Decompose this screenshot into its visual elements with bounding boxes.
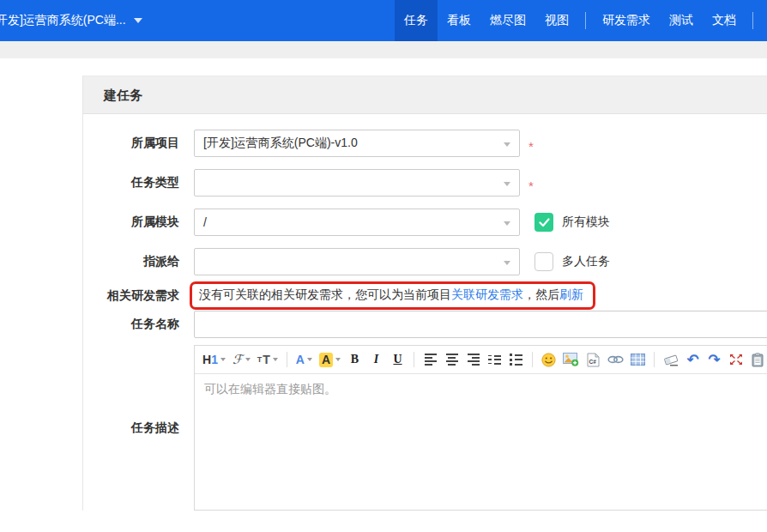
related-story-hint-text2: ，然后 bbox=[523, 287, 559, 301]
project-select-value: [开发]运营商系统(PC端)-v1.0 bbox=[203, 136, 358, 151]
create-task-form: 所属项目 [开发]运营商系统(PC端)-v1.0 * 任务类型 * bbox=[83, 114, 767, 511]
multi-task-checkbox-label: 多人任务 bbox=[562, 254, 610, 269]
rich-text-editor: H1 ℱ TT A A bbox=[194, 345, 767, 511]
form-row-type: 任务类型 * bbox=[83, 169, 767, 196]
form-row-module: 所属模块 / 所有模块 bbox=[83, 209, 767, 236]
type-label: 任务类型 bbox=[83, 175, 179, 190]
assign-label: 指派给 bbox=[83, 254, 179, 269]
chevron-down-icon bbox=[134, 18, 142, 23]
eraser-icon[interactable] bbox=[661, 348, 681, 371]
check-icon bbox=[539, 218, 550, 227]
back-color-icon[interactable]: A bbox=[317, 348, 343, 371]
link-icon[interactable] bbox=[605, 348, 626, 371]
required-mark: * bbox=[528, 139, 534, 154]
project-switcher[interactable]: [开发]运营商系统(PC端... bbox=[0, 0, 148, 41]
chevron-down-icon bbox=[220, 358, 226, 361]
refresh-link[interactable]: 刷新 bbox=[559, 287, 583, 301]
chevron-down-icon bbox=[245, 358, 251, 361]
heading-icon[interactable]: H1 bbox=[200, 348, 228, 371]
paste-icon[interactable] bbox=[747, 348, 767, 371]
svg-text:C#: C# bbox=[589, 359, 597, 365]
top-navbar: [开发]运营商系统(PC端... 任务 看板 燃尽图 视图 研发需求 测试 文档 bbox=[0, 0, 767, 41]
align-left-icon[interactable] bbox=[420, 348, 440, 371]
toolbar-separator bbox=[287, 352, 287, 367]
tab-story[interactable]: 研发需求 bbox=[595, 0, 657, 41]
font-family-icon[interactable]: ℱ bbox=[230, 348, 253, 371]
related-story-label: 相关研发需求 bbox=[83, 288, 179, 304]
unordered-list-icon[interactable] bbox=[506, 348, 526, 371]
tab-test[interactable]: 测试 bbox=[662, 0, 700, 41]
ordered-list-icon[interactable] bbox=[485, 348, 504, 371]
chevron-down-icon bbox=[273, 358, 278, 361]
chevron-down-icon bbox=[504, 182, 510, 186]
panel-title: 建任务 bbox=[83, 76, 767, 114]
task-desc-label: 任务描述 bbox=[83, 420, 179, 436]
multi-task-checkbox[interactable] bbox=[534, 252, 553, 271]
top-nav-tabs: 任务 看板 燃尽图 视图 研发需求 测试 文档 bbox=[395, 0, 767, 41]
tab-doc[interactable]: 文档 bbox=[705, 0, 743, 41]
form-row-assign: 指派给 多人任务 bbox=[83, 248, 767, 275]
editor-placeholder: 可以在编辑器直接贴图。 bbox=[204, 382, 336, 396]
create-task-panel: 建任务 所属项目 [开发]运营商系统(PC端)-v1.0 * 任务类型 * bbox=[82, 76, 767, 511]
chevron-down-icon bbox=[504, 261, 510, 265]
underline-icon[interactable]: U bbox=[388, 348, 408, 371]
code-icon[interactable]: C# bbox=[583, 348, 603, 371]
task-name-label: 任务名称 bbox=[83, 317, 179, 332]
tab-burndown[interactable]: 燃尽图 bbox=[483, 0, 533, 41]
nav-divider bbox=[752, 12, 753, 29]
topbar-spacer bbox=[148, 0, 395, 41]
type-select[interactable] bbox=[194, 169, 520, 196]
link-story-link[interactable]: 关联研发需求 bbox=[451, 287, 523, 301]
tab-kanban[interactable]: 看板 bbox=[440, 0, 478, 41]
insert-image-icon[interactable] bbox=[560, 348, 582, 371]
toolbar-separator bbox=[532, 352, 533, 367]
editor-toolbar: H1 ℱ TT A A bbox=[195, 346, 767, 374]
toolbar-separator bbox=[414, 352, 414, 367]
fullscreen-icon[interactable] bbox=[726, 348, 746, 371]
form-row-desc: 任务描述 H1 ℱ TT bbox=[83, 345, 767, 511]
form-row-project: 所属项目 [开发]运营商系统(PC端)-v1.0 * bbox=[83, 130, 767, 157]
chevron-down-icon bbox=[504, 142, 510, 147]
form-row-name: 任务名称 bbox=[83, 311, 767, 338]
toolbar-separator bbox=[654, 352, 655, 367]
assign-select[interactable] bbox=[194, 248, 520, 275]
table-icon[interactable] bbox=[628, 348, 648, 371]
nav-divider bbox=[585, 12, 586, 29]
bold-icon[interactable]: B bbox=[345, 348, 365, 371]
align-right-icon[interactable] bbox=[463, 348, 483, 371]
undo-icon[interactable]: ↶ bbox=[683, 348, 703, 371]
module-select[interactable]: / bbox=[194, 209, 520, 236]
all-modules-checkbox[interactable] bbox=[534, 213, 553, 232]
task-name-input[interactable] bbox=[194, 311, 767, 338]
redo-icon[interactable]: ↷ bbox=[704, 348, 724, 371]
related-story-hint-text: 没有可关联的相关研发需求，您可以为当前项目 bbox=[199, 287, 451, 301]
chevron-down-icon bbox=[504, 221, 510, 226]
fore-color-icon[interactable]: A bbox=[293, 348, 315, 371]
chevron-down-icon bbox=[335, 358, 341, 361]
tab-task[interactable]: 任务 bbox=[395, 0, 438, 41]
font-size-icon[interactable]: TT bbox=[255, 348, 281, 371]
required-mark: * bbox=[528, 178, 534, 193]
editor-content-area[interactable]: 可以在编辑器直接贴图。 bbox=[195, 374, 767, 510]
module-select-value: / bbox=[203, 215, 207, 229]
project-switcher-label: [开发]运营商系统(PC端... bbox=[0, 13, 126, 28]
all-modules-checkbox-label: 所有模块 bbox=[562, 215, 610, 230]
module-label: 所属模块 bbox=[83, 215, 179, 230]
chevron-down-icon bbox=[307, 358, 312, 361]
italic-icon[interactable]: I bbox=[366, 348, 386, 371]
project-label: 所属项目 bbox=[83, 136, 179, 151]
form-row-related-story: 相关研发需求 没有可关联的相关研发需求，您可以为当前项目关联研发需求，然后刷新 bbox=[83, 287, 767, 304]
sub-toolbar-strip bbox=[0, 41, 767, 58]
align-center-icon[interactable] bbox=[442, 348, 462, 371]
annotation-red-box: 没有可关联的相关研发需求，您可以为当前项目关联研发需求，然后刷新 bbox=[190, 281, 595, 310]
emoji-icon[interactable] bbox=[539, 348, 559, 371]
tab-view[interactable]: 视图 bbox=[538, 0, 576, 41]
project-select[interactable]: [开发]运营商系统(PC端)-v1.0 bbox=[194, 130, 520, 157]
